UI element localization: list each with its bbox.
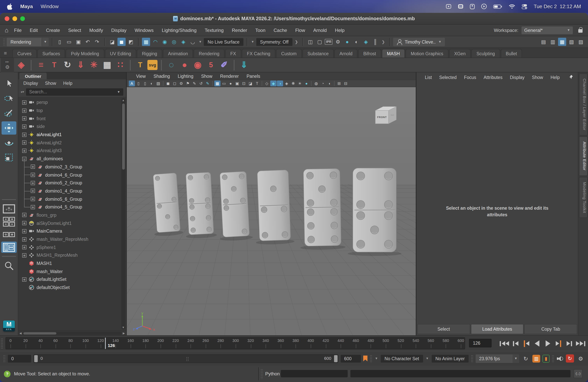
- image-plane-icon[interactable]: ▧: [155, 81, 161, 86]
- copy-tab-button[interactable]: Copy Tab: [525, 324, 577, 334]
- attribute-editor-menu-attributes[interactable]: Attributes: [480, 75, 506, 80]
- snap-to-view-plane-icon[interactable]: ◈: [179, 38, 188, 46]
- shadow-mode-icon[interactable]: ❋: [290, 81, 296, 86]
- expand-icon[interactable]: +: [22, 253, 26, 257]
- chevron-right-icon[interactable]: ❯: [380, 40, 386, 44]
- timeline-ruler[interactable]: 0204060801001201401601802002202402602803…: [5, 337, 465, 349]
- expand-icon[interactable]: +: [22, 277, 26, 282]
- use-all-lights-icon[interactable]: ◈: [284, 81, 290, 86]
- expand-icon[interactable]: +: [22, 108, 26, 113]
- outliner-item-domino2-3-group[interactable]: +domino2_3_Group: [18, 163, 126, 171]
- outliner-item-floors-grp[interactable]: +floors_grp: [18, 211, 126, 219]
- macos-menu-maya[interactable]: Maya: [20, 3, 33, 9]
- shelf-tab-sculpting[interactable]: Sculpting: [471, 49, 500, 58]
- workspace-toggle-tool-settings-icon[interactable]: ▨: [577, 38, 585, 46]
- symmetry-field[interactable]: Symmetry: Off: [256, 38, 293, 46]
- fps-dropdown[interactable]: 23.976 fps▼: [476, 354, 519, 363]
- camera-attributes-icon[interactable]: ▯: [142, 81, 148, 86]
- screen-space-ao-icon[interactable]: ◪: [247, 81, 253, 86]
- expand-icon[interactable]: +: [22, 149, 26, 153]
- viewport-menu-shading[interactable]: Shading: [149, 74, 174, 78]
- attribute-editor-menu-display[interactable]: Display: [506, 75, 528, 80]
- shelf-tab-fx-caching[interactable]: FX Caching: [242, 49, 275, 58]
- go-to-end-button[interactable]: [576, 339, 586, 348]
- shaded-mode-icon[interactable]: ▭: [221, 81, 227, 86]
- shelf-tab-substance[interactable]: Substance: [302, 49, 334, 58]
- scroll-up-icon[interactable]: ▲: [121, 99, 125, 102]
- range-grip[interactable]: [3, 355, 5, 362]
- mash-distribute-icon[interactable]: ≡: [35, 59, 47, 71]
- menu-lighting-shading[interactable]: Lighting/Shading: [158, 27, 201, 33]
- shelf-tab-poly-modeling[interactable]: Poly Modeling: [66, 49, 104, 58]
- control-center-icon[interactable]: [522, 4, 527, 9]
- outliner-item-psphere1[interactable]: +pSphere1: [18, 243, 126, 251]
- pin-icon[interactable]: [568, 75, 573, 80]
- outliner-item-aiskydomelight1[interactable]: +aiSkyDomeLight1: [18, 219, 126, 227]
- workspace-toggle-channel-box-icon[interactable]: ▦: [558, 38, 566, 46]
- bookmarks-icon[interactable]: ◐: [148, 81, 155, 86]
- outliner-item-mash1[interactable]: +MASH1: [18, 259, 126, 267]
- menu-render[interactable]: Render: [228, 27, 251, 33]
- open-scene-icon[interactable]: ▭: [65, 38, 73, 46]
- flow-path-icon[interactable]: ●: [178, 59, 190, 71]
- shelf-tab-animation[interactable]: Animation: [163, 49, 193, 58]
- window-title-bar[interactable]: M dominoes.mb* - Autodesk MAYA 2026.2: /…: [0, 13, 588, 24]
- play-backwards-button[interactable]: [533, 339, 541, 348]
- menu-edit[interactable]: Edit: [26, 27, 42, 33]
- outliner-item-mash-waiter[interactable]: +mash_Waiter: [18, 267, 126, 276]
- isolate-select-icon[interactable]: ⊞: [336, 81, 342, 86]
- select-tool[interactable]: [1, 77, 16, 90]
- sidebar-tab-attribute-editor[interactable]: Attribute Editor: [579, 137, 588, 176]
- light-editor-icon[interactable]: ◐: [353, 38, 361, 46]
- layout-outliner-persp[interactable]: [1, 242, 17, 253]
- audio-mute-icon[interactable]: [556, 355, 564, 361]
- layout-four-pane[interactable]: [1, 216, 17, 227]
- grip-handle[interactable]: [552, 355, 554, 362]
- expand-icon[interactable]: +: [22, 132, 26, 137]
- expand-icon[interactable]: +: [31, 173, 35, 177]
- chevron-down-icon[interactable]: ▼: [251, 40, 255, 43]
- outliner-horizontal-scrollbar[interactable]: ◀ ▶: [18, 331, 126, 335]
- animation-preferences-icon[interactable]: ⚙: [576, 354, 585, 363]
- menu-help[interactable]: Help: [331, 27, 348, 33]
- magnifier-icon[interactable]: [1, 260, 17, 271]
- display-icon[interactable]: [446, 4, 452, 9]
- grip-handle[interactable]: [471, 355, 473, 362]
- step-forward-frame-button[interactable]: [565, 339, 574, 348]
- outliner-filter-icon[interactable]: ▸▾: [21, 90, 24, 94]
- new-scene-icon[interactable]: ▯: [56, 38, 64, 46]
- expand-icon[interactable]: +: [22, 213, 26, 217]
- expand-icon[interactable]: +: [22, 100, 26, 105]
- workspace-dropdown[interactable]: General*▼: [522, 26, 573, 34]
- hardware-texturing-icon[interactable]: ◑: [277, 81, 283, 86]
- expand-icon[interactable]: +: [31, 189, 35, 193]
- outliner-item-persp[interactable]: +persp: [18, 98, 126, 106]
- playback-loop-icon[interactable]: ↻: [522, 354, 530, 363]
- ambient-occlusion-icon[interactable]: ☀: [297, 81, 303, 86]
- shadows-icon[interactable]: ⊡: [241, 81, 247, 86]
- expand-icon[interactable]: +: [31, 181, 35, 185]
- shelf-tab-rigging[interactable]: Rigging: [137, 49, 162, 58]
- outliner-item-front[interactable]: +front: [18, 115, 126, 123]
- outliner-item-side[interactable]: +side: [18, 123, 126, 130]
- expand-icon[interactable]: +: [31, 205, 35, 209]
- sidebar-tab-modeling-toolkit[interactable]: Modeling Toolkit: [579, 177, 588, 218]
- motion-trail-icon[interactable]: ◌: [165, 59, 177, 71]
- view-transform-icon[interactable]: ◖: [326, 81, 333, 86]
- expand-icon[interactable]: +: [22, 221, 26, 225]
- mash-scatter-icon[interactable]: ✳: [88, 59, 100, 71]
- shelf-tab-curves[interactable]: Curves: [12, 49, 37, 58]
- help-icon[interactable]: ?: [4, 371, 10, 377]
- expand-icon[interactable]: +: [22, 141, 26, 145]
- current-time-marker[interactable]: [105, 338, 106, 349]
- menu-texturing[interactable]: Texturing: [201, 27, 228, 33]
- select-button[interactable]: Select: [417, 324, 470, 334]
- mash-transform-icon[interactable]: T: [48, 59, 60, 71]
- shelf-tab-bullet[interactable]: Bullet: [501, 49, 522, 58]
- highlight-selection-icon[interactable]: ✎: [205, 81, 211, 86]
- viewport-menu-panels[interactable]: Panels: [243, 74, 264, 78]
- anti-aliasing-icon[interactable]: ●: [303, 81, 310, 86]
- minimize-window-button[interactable]: [12, 16, 17, 21]
- workspace-toggle-outliner-icon[interactable]: ▥: [549, 38, 557, 46]
- viewport-menu-show[interactable]: Show: [197, 74, 216, 78]
